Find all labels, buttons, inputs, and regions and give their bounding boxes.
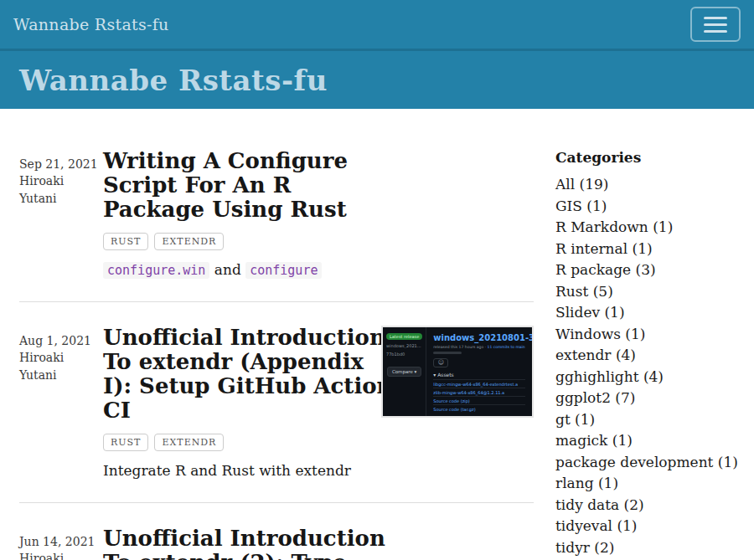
tag-pill[interactable]: EXTENDR [154, 434, 224, 451]
post-title-line: Unofficial Introduction [103, 527, 364, 551]
post-date: Jun 14, 2021 [19, 533, 103, 550]
post-title-line: Package Using Rust [103, 198, 364, 222]
post-text: Unofficial IntroductionTo extendr (2): T… [103, 527, 364, 560]
tag-pill[interactable]: EXTENDR [154, 233, 224, 250]
hamburger-icon [704, 30, 727, 33]
category-link[interactable]: Windows (1) [555, 324, 735, 346]
category-link[interactable]: gt (1) [555, 409, 735, 431]
site-header: Wannabe Rstats-fu [0, 49, 754, 109]
post-item[interactable]: Aug 1, 2021Hiroaki YutaniUnofficial Intr… [19, 326, 534, 503]
post-author: Hiroaki Yutani [19, 349, 80, 383]
gh-release-title: windows_20210801-3 [433, 333, 525, 342]
gh-asset-link: zlib-mingw-w64-x86_64@1.2.11.a [433, 388, 525, 396]
hamburger-icon [704, 23, 727, 26]
top-navbar: Wannabe Rstats-fu [0, 0, 754, 49]
github-release-screenshot[interactable]: Latest releasewindows_2021...77b1bd0Comp… [381, 326, 534, 418]
gh-tag-label: windows_2021... [386, 343, 422, 348]
post-main: Unofficial IntroductionTo extendr (2): T… [103, 527, 534, 560]
category-link[interactable]: tidy data (2) [555, 495, 735, 516]
gh-compare-button: Compare ▾ [387, 367, 421, 377]
category-link[interactable]: extendr (4) [555, 345, 735, 367]
categories-sidebar: Categories All (19)GIS (1)R Markdown (1)… [555, 149, 735, 560]
post-title-line: To extendr (2): Type [103, 551, 364, 560]
post-meta: Aug 1, 2021Hiroaki Yutani [19, 326, 103, 480]
category-link[interactable]: gghighlight (4) [555, 367, 735, 388]
hamburger-icon [704, 17, 727, 19]
gh-commits-link: 11 commits to main since this release [488, 345, 525, 349]
gh-run-line [433, 352, 462, 354]
category-link[interactable]: ggplot2 (7) [555, 388, 735, 409]
gh-latest-release-badge: Latest release [386, 333, 422, 340]
post-title-line: Script For An R [103, 173, 364, 198]
post-title-line: Unofficial Introduction [103, 326, 364, 350]
post-meta: Jun 14, 2021Hiroaki Yutani [19, 527, 103, 560]
navbar-toggler-button[interactable] [690, 7, 741, 42]
category-link[interactable]: R package (3) [555, 259, 735, 281]
post-title-link[interactable]: Unofficial IntroductionTo extendr (Appen… [103, 326, 364, 423]
tag-pill[interactable]: RUST [103, 233, 148, 250]
category-link[interactable]: magick (1) [555, 430, 735, 452]
gh-asset-link: Source code (tar.gz) [433, 404, 525, 413]
post-item[interactable]: Jun 14, 2021Hiroaki YutaniUnofficial Int… [19, 527, 534, 560]
post-date: Aug 1, 2021 [19, 332, 103, 349]
post-description: Integrate R and Rust with extendr [103, 461, 364, 480]
category-link[interactable]: rlang (1) [555, 473, 735, 495]
post-author: Hiroaki Yutani [19, 172, 80, 207]
gh-release-body: windows_20210801-3released this 17 hours… [426, 327, 532, 416]
post-title-link[interactable]: Unofficial IntroductionTo extendr (2): T… [103, 527, 364, 560]
category-link[interactable]: tidyeval (1) [555, 516, 735, 537]
inline-code: configure [245, 262, 322, 279]
post-main: Unofficial IntroductionTo extendr (Appen… [103, 326, 534, 480]
inline-code: configure.win [103, 262, 209, 279]
gh-commit-label: 77b1bd0 [386, 352, 422, 357]
post-text: Unofficial IntroductionTo extendr (Appen… [103, 326, 364, 480]
post-description: configure.win and configure [103, 260, 364, 280]
category-link[interactable]: Slidev (1) [555, 302, 735, 324]
category-link[interactable]: tidyr (2) [555, 537, 735, 559]
post-date: Sep 21, 2021 [19, 156, 103, 172]
tag-pill[interactable]: RUST [103, 434, 148, 451]
gh-release-sidebar: Latest releasewindows_2021...77b1bd0Comp… [383, 327, 426, 416]
gh-release-meta: released this 17 hours ago · 11 commits … [433, 345, 525, 349]
post-main: Writing A ConfigureScript For An RPackag… [103, 149, 534, 280]
gh-asset-link: libgcc-mingw-w64-x86_64-extendrtest.a [433, 379, 525, 388]
post-tags: RUSTEXTENDR [103, 434, 364, 451]
post-meta: Sep 21, 2021Hiroaki Yutani [19, 149, 103, 280]
posts-list: Sep 21, 2021Hiroaki YutaniWriting A Conf… [19, 149, 534, 560]
post-title-line: CI [103, 398, 364, 423]
category-link[interactable]: R internal (1) [555, 239, 735, 260]
navbar-brand[interactable]: Wannabe Rstats-fu [13, 15, 169, 33]
category-link[interactable]: GIS (1) [555, 196, 735, 218]
gh-asset-link: Source code (zip) [433, 396, 525, 404]
post-title-line: I): Setup GitHub Actions [103, 374, 364, 398]
post-text: Writing A ConfigureScript For An RPackag… [103, 149, 364, 280]
post-title-line: To extendr (Appendix [103, 350, 364, 374]
post-title-link[interactable]: Writing A ConfigureScript For An RPackag… [103, 149, 364, 222]
categories-list: All (19)GIS (1)R Markdown (1)R internal … [555, 174, 735, 558]
content-area: Sep 21, 2021Hiroaki YutaniWriting A Conf… [0, 149, 754, 560]
post-title-line: Writing A Configure [103, 149, 364, 173]
category-link[interactable]: All (19) [555, 174, 735, 196]
post-author: Hiroaki Yutani [19, 550, 80, 560]
site-title[interactable]: Wannabe Rstats-fu [19, 64, 328, 97]
category-link[interactable]: R Markdown (1) [555, 217, 735, 239]
post-tags: RUSTEXTENDR [103, 233, 364, 250]
category-link[interactable]: Rust (5) [555, 281, 735, 303]
gh-assets-label: ▾ Assets [433, 372, 525, 378]
categories-heading: Categories [555, 149, 735, 166]
gh-reaction-button: ☺ [433, 358, 448, 367]
category-link[interactable]: package development (1) [555, 452, 735, 474]
post-item[interactable]: Sep 21, 2021Hiroaki YutaniWriting A Conf… [19, 149, 534, 302]
